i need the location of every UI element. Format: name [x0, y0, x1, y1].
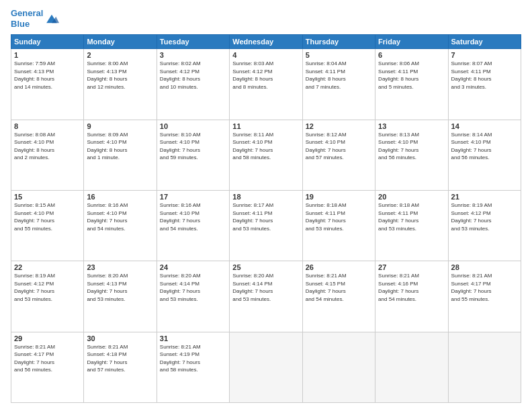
cell-info: Sunrise: 8:16 AMSunset: 4:10 PMDaylight:… [160, 201, 226, 232]
calendar-cell: 1Sunrise: 7:59 AMSunset: 4:13 PMDaylight… [11, 49, 84, 120]
calendar-cell: 21Sunrise: 8:19 AMSunset: 4:12 PMDayligh… [448, 190, 521, 261]
calendar-cell: 3Sunrise: 8:02 AMSunset: 4:12 PMDaylight… [157, 49, 229, 120]
cell-info: Sunrise: 8:13 AMSunset: 4:10 PMDaylight:… [378, 131, 445, 162]
week-row-4: 29Sunrise: 8:21 AMSunset: 4:17 PMDayligh… [11, 332, 521, 402]
logo-general: General [11, 8, 43, 18]
calendar-body: 1Sunrise: 7:59 AMSunset: 4:13 PMDaylight… [11, 49, 521, 403]
cell-info: Sunrise: 8:21 AMSunset: 4:16 PMDaylight:… [378, 272, 445, 303]
calendar-cell: 25Sunrise: 8:20 AMSunset: 4:14 PMDayligh… [230, 261, 302, 332]
day-number: 29 [14, 334, 81, 342]
calendar-cell [302, 332, 375, 402]
day-number: 13 [378, 122, 445, 130]
calendar-cell [448, 332, 521, 402]
day-number: 1 [14, 51, 81, 59]
day-number: 17 [160, 193, 226, 201]
calendar-cell: 6Sunrise: 8:06 AMSunset: 4:11 PMDaylight… [375, 49, 448, 120]
day-number: 26 [306, 263, 372, 271]
day-number: 8 [14, 122, 81, 130]
cell-info: Sunrise: 8:04 AMSunset: 4:11 PMDaylight:… [306, 60, 372, 91]
weekday-header-tuesday: Tuesday [157, 35, 229, 49]
cell-info: Sunrise: 8:21 AMSunset: 4:15 PMDaylight:… [306, 272, 372, 303]
calendar-cell: 13Sunrise: 8:13 AMSunset: 4:10 PMDayligh… [375, 120, 448, 190]
calendar-cell: 9Sunrise: 8:09 AMSunset: 4:10 PMDaylight… [84, 120, 157, 190]
weekday-header-monday: Monday [84, 35, 157, 49]
day-number: 4 [232, 51, 299, 59]
weekday-header-wednesday: Wednesday [230, 35, 302, 49]
calendar-cell: 23Sunrise: 8:20 AMSunset: 4:13 PMDayligh… [84, 261, 157, 332]
day-number: 11 [232, 122, 299, 130]
calendar-cell: 29Sunrise: 8:21 AMSunset: 4:17 PMDayligh… [11, 332, 84, 402]
day-number: 20 [378, 193, 445, 201]
cell-info: Sunrise: 8:19 AMSunset: 4:12 PMDaylight:… [14, 272, 81, 303]
calendar-cell [230, 332, 302, 402]
cell-info: Sunrise: 8:20 AMSunset: 4:14 PMDaylight:… [160, 272, 226, 303]
day-number: 18 [232, 193, 299, 201]
day-number: 31 [160, 334, 226, 342]
calendar-cell: 14Sunrise: 8:14 AMSunset: 4:10 PMDayligh… [448, 120, 521, 190]
day-number: 5 [306, 51, 372, 59]
cell-info: Sunrise: 8:17 AMSunset: 4:11 PMDaylight:… [232, 201, 299, 232]
logo-blue: Blue [11, 19, 43, 30]
weekday-header-row: SundayMondayTuesdayWednesdayThursdayFrid… [11, 35, 521, 49]
calendar-cell: 28Sunrise: 8:21 AMSunset: 4:17 PMDayligh… [448, 261, 521, 332]
cell-info: Sunrise: 8:03 AMSunset: 4:12 PMDaylight:… [232, 60, 299, 91]
cell-info: Sunrise: 8:06 AMSunset: 4:11 PMDaylight:… [378, 60, 445, 91]
cell-info: Sunrise: 8:15 AMSunset: 4:10 PMDaylight:… [14, 201, 81, 232]
calendar-cell: 30Sunrise: 8:21 AMSunset: 4:18 PMDayligh… [84, 332, 157, 402]
logo-icon [44, 11, 59, 26]
week-row-0: 1Sunrise: 7:59 AMSunset: 4:13 PMDaylight… [11, 49, 521, 120]
page: General Blue SundayMondayTuesdayWednesda… [0, 0, 532, 411]
day-number: 15 [14, 193, 81, 201]
day-number: 25 [232, 263, 299, 271]
calendar-cell: 12Sunrise: 8:12 AMSunset: 4:10 PMDayligh… [302, 120, 375, 190]
header: General Blue [11, 8, 521, 29]
calendar-cell: 2Sunrise: 8:00 AMSunset: 4:13 PMDaylight… [84, 49, 157, 120]
calendar-cell: 22Sunrise: 8:19 AMSunset: 4:12 PMDayligh… [11, 261, 84, 332]
weekday-header-thursday: Thursday [302, 35, 375, 49]
day-number: 14 [451, 122, 518, 130]
day-number: 9 [87, 122, 153, 130]
cell-info: Sunrise: 8:08 AMSunset: 4:10 PMDaylight:… [14, 131, 81, 162]
cell-info: Sunrise: 8:09 AMSunset: 4:10 PMDaylight:… [87, 131, 153, 162]
week-row-3: 22Sunrise: 8:19 AMSunset: 4:12 PMDayligh… [11, 261, 521, 332]
cell-info: Sunrise: 8:16 AMSunset: 4:10 PMDaylight:… [87, 201, 153, 232]
cell-info: Sunrise: 7:59 AMSunset: 4:13 PMDaylight:… [14, 60, 81, 91]
logo: General Blue [11, 8, 59, 29]
calendar-cell: 17Sunrise: 8:16 AMSunset: 4:10 PMDayligh… [157, 190, 229, 261]
cell-info: Sunrise: 8:21 AMSunset: 4:19 PMDaylight:… [160, 343, 226, 374]
day-number: 16 [87, 193, 153, 201]
calendar-cell: 15Sunrise: 8:15 AMSunset: 4:10 PMDayligh… [11, 190, 84, 261]
day-number: 2 [87, 51, 153, 59]
day-number: 30 [87, 334, 153, 342]
calendar-cell: 19Sunrise: 8:18 AMSunset: 4:11 PMDayligh… [302, 190, 375, 261]
day-number: 10 [160, 122, 226, 130]
calendar-cell: 5Sunrise: 8:04 AMSunset: 4:11 PMDaylight… [302, 49, 375, 120]
calendar-cell: 27Sunrise: 8:21 AMSunset: 4:16 PMDayligh… [375, 261, 448, 332]
cell-info: Sunrise: 8:20 AMSunset: 4:13 PMDaylight:… [87, 272, 153, 303]
logo-text: General [11, 8, 43, 19]
calendar-cell: 11Sunrise: 8:11 AMSunset: 4:10 PMDayligh… [230, 120, 302, 190]
weekday-header-friday: Friday [375, 35, 448, 49]
calendar-cell [375, 332, 448, 402]
cell-info: Sunrise: 8:18 AMSunset: 4:11 PMDaylight:… [306, 201, 372, 232]
calendar-cell: 24Sunrise: 8:20 AMSunset: 4:14 PMDayligh… [157, 261, 229, 332]
day-number: 24 [160, 263, 226, 271]
cell-info: Sunrise: 8:12 AMSunset: 4:10 PMDaylight:… [306, 131, 372, 162]
cell-info: Sunrise: 8:18 AMSunset: 4:11 PMDaylight:… [378, 201, 445, 232]
cell-info: Sunrise: 8:00 AMSunset: 4:13 PMDaylight:… [87, 60, 153, 91]
week-row-2: 15Sunrise: 8:15 AMSunset: 4:10 PMDayligh… [11, 190, 521, 261]
day-number: 22 [14, 263, 81, 271]
cell-info: Sunrise: 8:19 AMSunset: 4:12 PMDaylight:… [451, 201, 518, 232]
day-number: 19 [306, 193, 372, 201]
calendar-cell: 20Sunrise: 8:18 AMSunset: 4:11 PMDayligh… [375, 190, 448, 261]
calendar-table: SundayMondayTuesdayWednesdayThursdayFrid… [11, 34, 521, 403]
day-number: 27 [378, 263, 445, 271]
calendar-cell: 26Sunrise: 8:21 AMSunset: 4:15 PMDayligh… [302, 261, 375, 332]
day-number: 21 [451, 193, 518, 201]
weekday-header-saturday: Saturday [448, 35, 521, 49]
cell-info: Sunrise: 8:10 AMSunset: 4:10 PMDaylight:… [160, 131, 226, 162]
calendar-cell: 31Sunrise: 8:21 AMSunset: 4:19 PMDayligh… [157, 332, 229, 402]
day-number: 3 [160, 51, 226, 59]
day-number: 12 [306, 122, 372, 130]
cell-info: Sunrise: 8:14 AMSunset: 4:10 PMDaylight:… [451, 131, 518, 162]
